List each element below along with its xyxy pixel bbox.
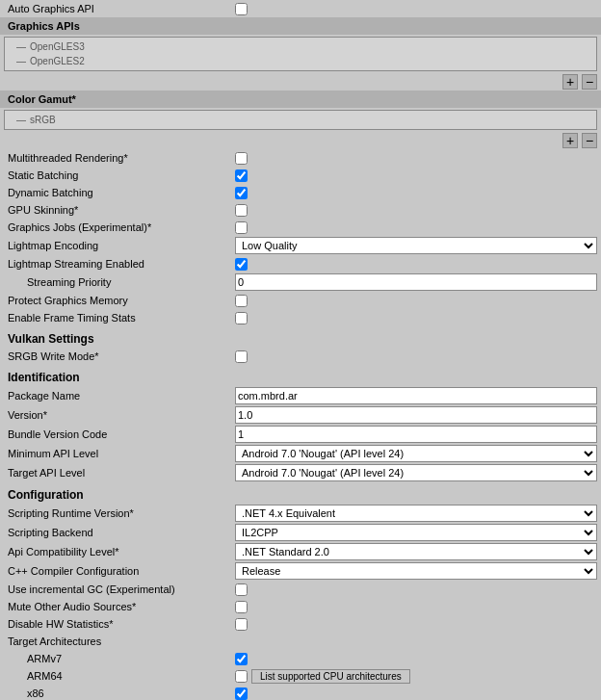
lightmap-encoding-row: Lightmap Encoding Low Quality Normal Qua… — [0, 236, 601, 255]
frame-timing-label: Enable Frame Timing Stats — [4, 312, 235, 324]
list-item: OpenGLES2 — [7, 54, 594, 68]
min-api-dropdown[interactable]: Android 7.0 'Nougat' (API level 24) — [235, 445, 597, 462]
x86-checkbox[interactable] — [235, 687, 248, 700]
graphics-jobs-label: Graphics Jobs (Experimental)* — [4, 221, 235, 233]
dynamic-batching-row: Dynamic Batching — [0, 184, 601, 201]
scripting-runtime-row: Scripting Runtime Version* .NET 4.x Equi… — [0, 504, 601, 523]
frame-timing-row: Enable Frame Timing Stats — [0, 309, 601, 326]
color-gamut-label: Color Gamut* — [8, 93, 76, 105]
bundle-version-row: Bundle Version Code — [0, 425, 601, 444]
mute-audio-checkbox[interactable] — [235, 601, 248, 613]
armv7-checkbox[interactable] — [235, 653, 248, 665]
scripting-runtime-dropdown[interactable]: .NET 4.x Equivalent — [235, 505, 597, 522]
color-gamut-header: Color Gamut* — [0, 91, 601, 108]
scripting-backend-dropdown[interactable]: IL2CPP — [235, 524, 597, 541]
graphics-apis-list: OpenGLES3 OpenGLES2 — [4, 37, 597, 71]
static-batching-label: Static Batching — [4, 169, 235, 181]
arm64-checkbox[interactable] — [235, 670, 248, 683]
lightmap-streaming-row: Lightmap Streaming Enabled — [0, 255, 601, 272]
lightmap-encoding-dropdown[interactable]: Low Quality Normal Quality High Quality — [235, 237, 597, 254]
dynamic-batching-label: Dynamic Batching — [4, 187, 235, 198]
graphics-apis-add-button[interactable]: + — [562, 74, 578, 90]
api-compat-row: Api Compatibility Level* .NET Standard 2… — [0, 542, 601, 561]
settings-panel: Auto Graphics API Graphics APIs OpenGLES… — [0, 0, 601, 700]
color-gamut-controls: + − — [0, 132, 601, 149]
version-input[interactable] — [235, 406, 597, 424]
x86-label: x86 — [4, 687, 235, 699]
gpu-skinning-checkbox[interactable] — [235, 204, 248, 217]
mute-audio-row: Mute Other Audio Sources* — [0, 598, 601, 615]
color-gamut-list: sRGB — [4, 110, 597, 130]
multithreaded-label: Multithreaded Rendering* — [4, 152, 235, 164]
list-cpu-architectures-button[interactable]: List supported CPU architectures — [251, 669, 410, 684]
api-compat-dropdown[interactable]: .NET Standard 2.0 — [235, 543, 597, 560]
srgb-write-mode-checkbox[interactable] — [235, 350, 248, 363]
target-api-label: Target API Level — [4, 467, 235, 479]
gpu-skinning-label: GPU Skinning* — [4, 204, 235, 216]
version-label: Version* — [4, 409, 235, 421]
x86-row: x86 — [0, 685, 601, 700]
srgb-write-mode-row: SRGB Write Mode* — [0, 348, 601, 365]
incremental-gc-checkbox[interactable] — [235, 583, 248, 596]
incremental-gc-row: Use incremental GC (Experimental) — [0, 581, 601, 598]
bundle-version-label: Bundle Version Code — [4, 428, 235, 440]
scripting-backend-row: Scripting Backend IL2CPP — [0, 523, 601, 542]
protect-graphics-memory-row: Protect Graphics Memory — [0, 292, 601, 309]
package-name-input[interactable] — [235, 387, 597, 404]
color-gamut-remove-button[interactable]: − — [582, 133, 597, 148]
lightmap-streaming-checkbox[interactable] — [235, 258, 248, 271]
streaming-priority-row: Streaming Priority — [0, 272, 601, 292]
bundle-version-input[interactable] — [235, 426, 597, 443]
vulkan-title: Vulkan Settings — [0, 326, 601, 348]
package-name-label: Package Name — [4, 390, 235, 402]
arm64-row: ARM64 List supported CPU architectures — [0, 667, 601, 685]
auto-graphics-api-row: Auto Graphics API — [0, 0, 601, 17]
graphics-apis-label: Graphics APIs — [8, 20, 80, 32]
scripting-backend-label: Scripting Backend — [4, 527, 235, 538]
static-batching-row: Static Batching — [0, 167, 601, 184]
protect-graphics-memory-checkbox[interactable] — [235, 295, 248, 307]
graphics-apis-header: Graphics APIs — [0, 17, 601, 35]
arm64-label: ARM64 — [4, 670, 235, 682]
cpp-compiler-label: C++ Compiler Configuration — [4, 565, 235, 577]
protect-graphics-memory-label: Protect Graphics Memory — [4, 295, 235, 306]
opengl-es3-item: OpenGLES3 — [11, 40, 91, 53]
mute-audio-label: Mute Other Audio Sources* — [4, 601, 235, 612]
graphics-apis-remove-button[interactable]: − — [582, 74, 597, 90]
cpp-compiler-dropdown[interactable]: Release — [235, 562, 597, 580]
graphics-jobs-checkbox[interactable] — [235, 221, 248, 234]
version-row: Version* — [0, 405, 601, 425]
scripting-runtime-label: Scripting Runtime Version* — [4, 507, 235, 519]
multithreaded-checkbox[interactable] — [235, 152, 248, 165]
api-compat-label: Api Compatibility Level* — [4, 546, 235, 557]
lightmap-streaming-label: Lightmap Streaming Enabled — [4, 258, 235, 270]
list-item: OpenGLES3 — [7, 39, 594, 54]
graphics-apis-controls: + − — [0, 73, 601, 91]
disable-hw-stats-row: Disable HW Statistics* — [0, 615, 601, 633]
target-arch-label: Target Architectures — [4, 635, 235, 647]
configuration-title: Configuration — [0, 482, 601, 504]
frame-timing-checkbox[interactable] — [235, 312, 248, 324]
dynamic-batching-checkbox[interactable] — [235, 187, 248, 199]
armv7-row: ARMv7 — [0, 650, 601, 667]
disable-hw-stats-label: Disable HW Statistics* — [4, 618, 235, 630]
color-gamut-add-button[interactable]: + — [562, 133, 578, 148]
min-api-row: Minimum API Level Android 7.0 'Nougat' (… — [0, 444, 601, 463]
min-api-label: Minimum API Level — [4, 448, 235, 459]
disable-hw-stats-checkbox[interactable] — [235, 618, 248, 631]
static-batching-checkbox[interactable] — [235, 169, 248, 182]
gpu-skinning-row: GPU Skinning* — [0, 201, 601, 219]
list-item: sRGB — [7, 113, 594, 127]
streaming-priority-input[interactable] — [235, 273, 597, 291]
auto-graphics-api-value — [235, 3, 597, 15]
identification-title: Identification — [0, 365, 601, 386]
srgb-item: sRGB — [11, 114, 62, 126]
opengl-es2-item: OpenGLES2 — [11, 55, 91, 67]
package-name-row: Package Name — [0, 386, 601, 405]
auto-graphics-api-label: Auto Graphics API — [4, 3, 235, 14]
armv7-label: ARMv7 — [4, 653, 235, 664]
target-api-dropdown[interactable]: Android 7.0 'Nougat' (API level 24) — [235, 464, 597, 481]
cpp-compiler-row: C++ Compiler Configuration Release — [0, 561, 601, 581]
auto-graphics-api-checkbox[interactable] — [235, 3, 248, 15]
multithreaded-row: Multithreaded Rendering* — [0, 149, 601, 167]
